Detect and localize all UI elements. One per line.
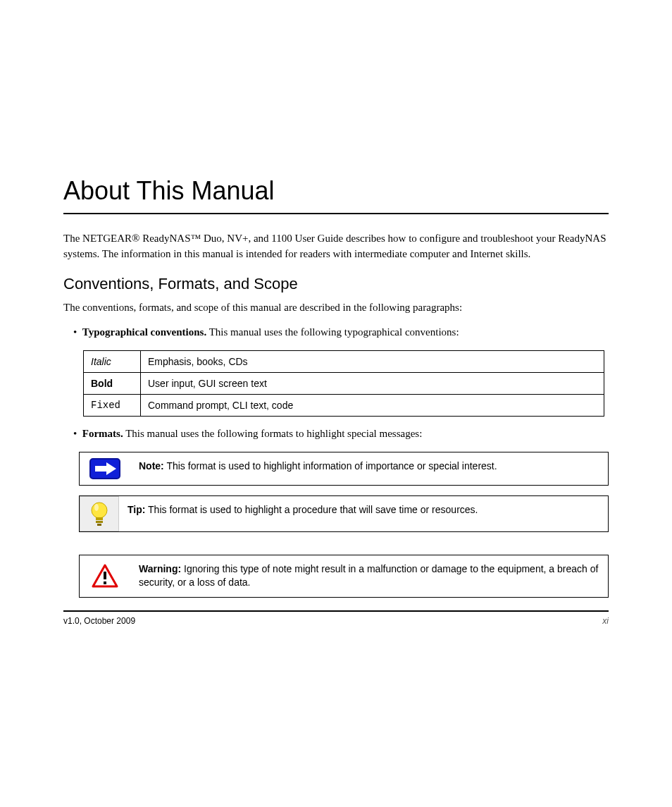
tip-text: Tip: This format is used to highlight a … (119, 496, 608, 531)
note-label: Note: (139, 460, 164, 472)
warning-icon (80, 555, 130, 597)
svg-point-3 (94, 504, 99, 511)
desc-cell: Emphasis, books, CDs (141, 351, 604, 373)
tip-label: Tip: (127, 504, 145, 515)
warning-callout: Warning: Ignoring this type of note migh… (79, 555, 609, 598)
note-text: Note: This format is used to highlight i… (130, 452, 608, 485)
intro-paragraph: The NETGEAR® ReadyNAS™ Duo, NV+, and 110… (63, 231, 609, 262)
table-row: Italic Emphasis, books, CDs (84, 351, 604, 373)
footer-right: xi (602, 616, 609, 626)
title-rule (63, 213, 609, 214)
footer-left: v1.0, October 2009 (63, 616, 135, 626)
warning-text: Warning: Ignoring this type of note migh… (130, 555, 608, 597)
page-title: About This Manual (63, 176, 609, 206)
style-cell: Italic (84, 351, 141, 373)
lightbulb-icon (80, 496, 119, 531)
warning-body: Ignoring this type of note might result … (139, 563, 598, 589)
formats-intro: • Formats. This manual uses the followin… (73, 426, 609, 442)
footer-rule (63, 610, 609, 612)
svg-rect-9 (104, 581, 106, 584)
desc-cell: Command prompt, CLI text, code (141, 395, 604, 417)
warning-label: Warning: (139, 563, 181, 574)
section-heading-conventions: Conventions, Formats, and Scope (63, 275, 609, 293)
page: About This Manual The NETGEAR® ReadyNAS™… (0, 0, 672, 807)
page-footer: v1.0, October 2009 xi (63, 616, 609, 626)
svg-rect-4 (96, 517, 103, 520)
formats-rest: This manual uses the following formats t… (123, 428, 423, 439)
typographical-intro: • Typographical conventions. This manual… (73, 325, 609, 340)
table-row: Bold User input, GUI screen text (84, 373, 604, 395)
style-cell: Fixed (84, 395, 141, 417)
note-body: This format is used to highlight informa… (164, 460, 497, 472)
tip-callout: Tip: This format is used to highlight a … (79, 495, 609, 532)
conventions-lead: The conventions, formats, and scope of t… (63, 300, 609, 316)
svg-rect-6 (97, 524, 101, 526)
svg-point-2 (92, 503, 107, 518)
style-cell: Bold (84, 373, 141, 395)
arrow-icon (80, 452, 130, 485)
formats-label: Formats. (82, 428, 123, 439)
svg-rect-5 (96, 521, 103, 523)
typo-rest: This manual uses the following typograph… (206, 326, 459, 338)
table-row: Fixed Command prompt, CLI text, code (84, 395, 604, 417)
typographical-table: Italic Emphasis, books, CDs Bold User in… (83, 350, 604, 417)
desc-cell: User input, GUI screen text (141, 373, 604, 395)
svg-rect-8 (104, 572, 106, 579)
note-callout: Note: This format is used to highlight i… (79, 452, 609, 486)
typo-label: Typographical conventions. (82, 326, 206, 338)
tip-body: This format is used to highlight a proce… (145, 504, 478, 515)
